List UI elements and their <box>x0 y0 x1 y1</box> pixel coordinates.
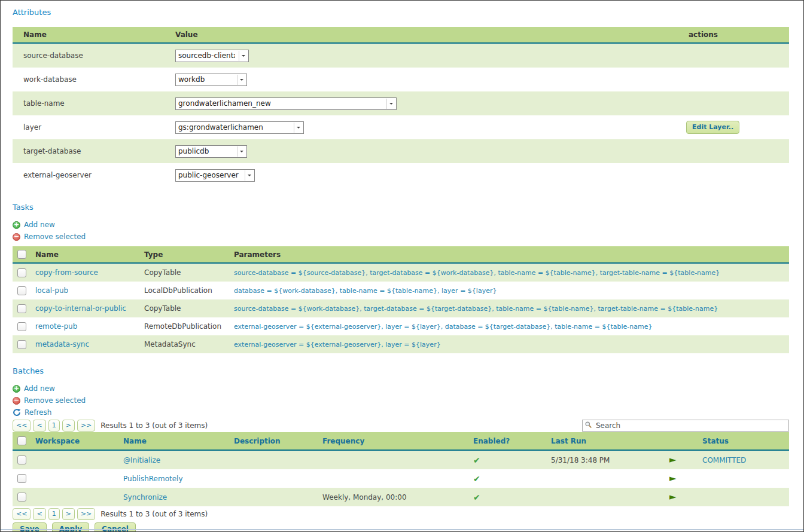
run-batch-icon[interactable]: ► <box>669 474 677 483</box>
save-button[interactable]: Save <box>13 522 47 532</box>
pager-last-button[interactable]: >> <box>77 508 95 520</box>
batch-last-run: 5/31/18 3:48 PM <box>546 450 657 469</box>
batch-frequency <box>318 469 468 488</box>
attribute-value-select[interactable]: public-geoserver <box>175 169 255 182</box>
task-row-checkbox[interactable] <box>17 322 26 331</box>
batch-name-link[interactable]: PublishRemotely <box>123 475 183 483</box>
tasks-remove-selected-link[interactable]: Remove selected <box>24 233 86 241</box>
pager-last-button[interactable]: >> <box>77 420 95 432</box>
batch-frequency <box>318 450 468 469</box>
batch-row-checkbox[interactable] <box>17 474 26 483</box>
batches-heading: Batches <box>13 366 788 375</box>
attribute-value-select[interactable]: workdb <box>175 74 247 86</box>
attribute-name: source-database <box>13 43 166 68</box>
pager-first-button[interactable]: << <box>13 508 31 520</box>
attribute-value-select[interactable]: publicdb <box>175 145 247 158</box>
batch-frequency: Weekly, Monday, 00:00 <box>318 488 468 506</box>
attribute-value-select-wrap: workdb <box>175 74 247 86</box>
attributes-col-name: Name <box>13 27 166 43</box>
batch-name-link[interactable]: Synchronize <box>123 493 167 502</box>
batch-last-run <box>546 469 657 488</box>
attribute-name: external-geoserver <box>13 163 166 187</box>
pager-next-button[interactable]: > <box>62 508 75 520</box>
task-row-checkbox[interactable] <box>17 268 26 277</box>
attribute-value-select[interactable]: grondwaterlichamen_new <box>175 97 397 110</box>
task-type: MetadataSync <box>139 335 229 353</box>
task-row-checkbox[interactable] <box>17 286 26 295</box>
batch-description <box>229 450 318 469</box>
task-type: CopyTable <box>139 263 229 282</box>
enabled-check-icon: ✔ <box>473 455 480 465</box>
batches-col-last-run[interactable]: Last Run <box>546 432 657 450</box>
batches-refresh[interactable]: Refresh <box>13 406 788 418</box>
task-name-link[interactable]: copy-to-internal-or-public <box>35 304 126 313</box>
batch-status-link[interactable]: COMMITTED <box>702 456 746 464</box>
search-input[interactable] <box>582 420 789 432</box>
task-row: copy-to-internal-or-public CopyTable sou… <box>13 299 789 317</box>
batches-col-status[interactable]: Status <box>690 432 789 450</box>
pager-results-label: Results 1 to 3 (out of 3 items) <box>100 510 208 518</box>
task-name-link[interactable]: local-pub <box>35 286 68 295</box>
batches-refresh-link[interactable]: Refresh <box>25 408 51 417</box>
attributes-col-value: Value <box>166 27 678 43</box>
pager-prev-button[interactable]: < <box>33 420 45 432</box>
task-row-checkbox[interactable] <box>17 304 26 313</box>
pager-page-button[interactable]: 1 <box>48 508 60 520</box>
batches-add-new-link[interactable]: Add new <box>24 384 55 393</box>
batches-remove-selected-link[interactable]: Remove selected <box>24 396 86 405</box>
tasks-add-new-link[interactable]: Add new <box>24 221 55 229</box>
tasks-table: Name Type Parameters copy-from-source Co… <box>13 246 789 353</box>
refresh-icon <box>13 408 21 417</box>
batches-select-all-checkbox[interactable] <box>17 436 26 445</box>
apply-button[interactable]: Apply <box>52 522 89 532</box>
batch-description <box>229 488 318 506</box>
attribute-row: work-database workdb <box>13 68 789 91</box>
task-name-link[interactable]: copy-from-source <box>35 268 98 277</box>
batches-table: Workspace Name Description Frequency Ena… <box>13 432 789 506</box>
tasks-add-new[interactable]: Add new <box>13 219 788 231</box>
task-row-checkbox[interactable] <box>17 340 26 349</box>
edit-layer-button[interactable]: Edit Layer.. <box>686 121 739 134</box>
tasks-heading: Tasks <box>13 203 788 212</box>
batches-col-enabled[interactable]: Enabled? <box>468 432 546 450</box>
attribute-value-select-wrap: grondwaterlichamen_new <box>175 97 397 110</box>
batches-col-workspace[interactable]: Workspace <box>31 432 118 450</box>
pager-page-button[interactable]: 1 <box>48 420 60 432</box>
attribute-value-select-wrap: public-geoserver <box>175 169 255 182</box>
batches-col-description[interactable]: Description <box>229 432 318 450</box>
batches-col-frequency[interactable]: Frequency <box>318 432 468 450</box>
attributes-heading: Attributes <box>13 8 788 17</box>
batch-row-checkbox[interactable] <box>17 493 26 502</box>
batch-description <box>229 469 318 488</box>
batch-last-run <box>546 488 657 506</box>
pager-prev-button[interactable]: < <box>33 508 45 520</box>
task-parameters: source-database = ${work-database}, targ… <box>229 299 789 317</box>
pager-results-label: Results 1 to 3 (out of 3 items) <box>100 421 208 430</box>
run-batch-icon[interactable]: ► <box>669 455 677 464</box>
task-name-link[interactable]: remote-pub <box>35 322 77 331</box>
batch-name-link[interactable]: @Initialize <box>123 456 160 464</box>
pager-next-button[interactable]: > <box>62 420 75 432</box>
task-parameters: external-geoserver = ${external-geoserve… <box>229 335 789 353</box>
task-parameters: database = ${work-database}, table-name … <box>229 282 789 299</box>
attribute-row: source-database sourcedb-clientx <box>13 43 789 68</box>
tasks-select-all-checkbox[interactable] <box>17 250 26 259</box>
attribute-value-select[interactable]: sourcedb-clientx <box>175 50 249 62</box>
batches-col-run <box>657 432 690 450</box>
batch-workspace <box>31 450 118 469</box>
task-name-link[interactable]: metadata-sync <box>35 340 89 348</box>
attribute-name: work-database <box>13 68 166 91</box>
run-batch-icon[interactable]: ► <box>669 493 677 502</box>
enabled-check-icon: ✔ <box>473 474 480 484</box>
batches-col-name[interactable]: Name <box>118 432 229 450</box>
attribute-value-select[interactable]: gs:grondwaterlichamen <box>175 121 304 134</box>
attribute-value-select-wrap: publicdb <box>175 145 247 158</box>
batches-remove-selected[interactable]: Remove selected <box>13 395 788 406</box>
attribute-row: external-geoserver public-geoserver <box>13 163 789 187</box>
cancel-button[interactable]: Cancel <box>95 522 136 532</box>
pager-first-button[interactable]: << <box>13 420 31 432</box>
batches-add-new[interactable]: Add new <box>13 383 788 395</box>
tasks-remove-selected[interactable]: Remove selected <box>13 231 788 243</box>
batch-row-checkbox[interactable] <box>17 455 26 464</box>
attributes-col-actions: actions <box>678 27 789 43</box>
